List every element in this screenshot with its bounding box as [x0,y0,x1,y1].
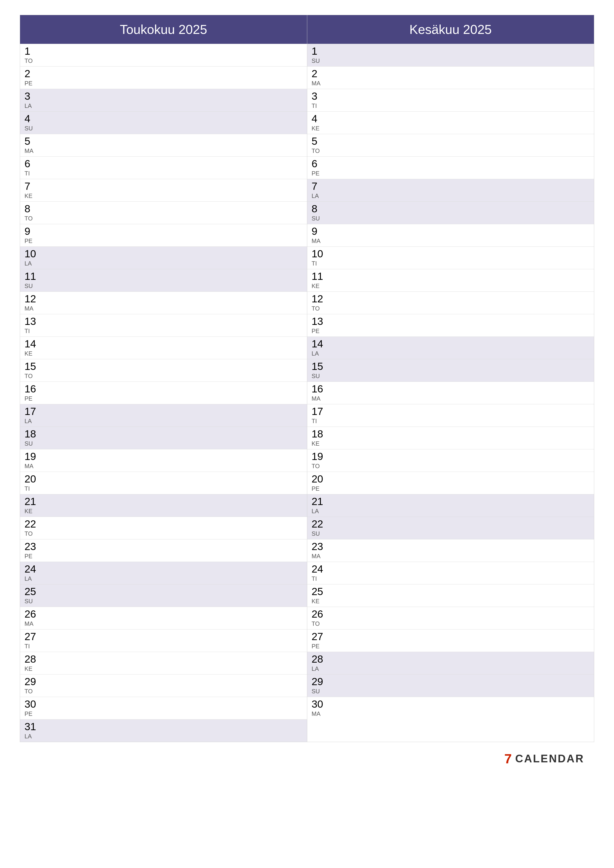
day-name: TO [312,463,326,470]
day-name: TO [25,215,39,222]
day-name: SU [312,215,326,222]
day-number: 22 [312,519,326,529]
day-name: KE [25,665,39,672]
months-row: Toukokuu 20251TO2PE3LA4SU5MA6TI7KE8TO9PE… [20,15,594,742]
day-name: PE [25,710,39,717]
day-row: 3TI [307,89,594,112]
day-name: PE [312,485,326,492]
day-label-block: 21KE [25,496,39,515]
day-row: 6TI [20,157,307,179]
day-label-block: 17LA [25,406,39,425]
day-name: PE [25,237,39,245]
day-number: 17 [312,406,326,417]
day-row: 27PE [307,629,594,652]
day-row: 22TO [20,517,307,539]
day-name: MA [312,237,326,245]
day-row: 13TI [20,314,307,336]
day-row: 9MA [307,224,594,246]
month-col-kesakuu: Kesäkuu 20251SU2MA3TI4KE5TO6PE7LA8SU9MA1… [307,15,594,742]
day-row: 6PE [307,157,594,179]
day-number: 9 [312,226,326,237]
day-name: LA [312,350,326,357]
day-label-block: 9PE [25,226,39,245]
day-label-block: 14KE [25,339,39,357]
day-row: 8SU [307,202,594,224]
day-row: 29TO [20,674,307,697]
day-number: 4 [312,113,326,124]
day-row: 14KE [20,336,307,359]
day-number: 15 [312,361,326,372]
day-label-block: 21LA [312,496,326,515]
day-label-block: 10TI [312,249,326,267]
day-number: 16 [312,384,326,394]
day-number: 24 [312,564,326,574]
day-label-block: 7KE [25,181,39,200]
day-number: 7 [312,181,326,192]
day-number: 15 [25,361,39,372]
day-row: 20TI [20,471,307,494]
day-name: TO [25,57,39,64]
day-name: TI [312,575,326,582]
day-number: 17 [25,406,39,417]
day-label-block: 15SU [312,361,326,380]
day-row: 16MA [307,381,594,404]
day-label-block: 19MA [25,451,39,470]
day-number: 6 [312,159,326,169]
day-label-block: 18KE [312,429,326,447]
day-row: 30PE [20,697,307,719]
day-number: 25 [312,586,326,597]
day-name: KE [25,508,39,515]
day-number: 20 [312,474,326,484]
brand-text: CALENDAR [515,752,584,765]
day-row: 12TO [307,291,594,314]
day-name: LA [25,102,39,109]
day-name: PE [312,643,326,650]
day-label-block: 3TI [312,91,326,109]
day-row: 16PE [20,381,307,404]
day-name: TI [25,170,39,177]
day-number: 12 [312,294,326,304]
day-name: SU [25,282,39,290]
day-label-block: 29TO [25,676,39,695]
day-label-block: 5MA [25,136,39,154]
day-row: 18SU [20,426,307,449]
day-number: 7 [25,181,39,192]
day-number: 25 [25,586,39,597]
day-row: 17LA [20,404,307,426]
day-row: 17TI [307,404,594,426]
day-number: 26 [25,609,39,619]
day-number: 21 [25,496,39,507]
day-name: LA [312,192,326,200]
day-number: 14 [312,339,326,349]
day-label-block: 3LA [25,91,39,109]
day-row: 21LA [307,494,594,517]
day-number: 3 [312,91,326,101]
day-row: 28LA [307,652,594,674]
day-label-block: 22SU [312,519,326,537]
day-label-block: 26TO [312,609,326,627]
day-row: 10TI [307,246,594,269]
day-number: 18 [25,429,39,439]
day-name: LA [312,665,326,672]
day-number: 30 [312,699,326,709]
day-name: MA [25,305,39,312]
day-name: TO [25,688,39,695]
day-label-block: 13PE [312,316,326,335]
day-name: SU [312,373,326,380]
day-row: 7KE [20,179,307,202]
day-number: 5 [312,136,326,146]
day-row: 5MA [20,134,307,157]
day-row: 29SU [307,674,594,697]
day-number: 2 [25,68,39,79]
day-name: KE [25,192,39,200]
day-name: TO [25,373,39,380]
day-name: MA [312,710,326,717]
day-row: 30MA [307,697,594,719]
day-number: 20 [25,474,39,484]
day-number: 1 [25,46,39,56]
day-label-block: 9MA [312,226,326,245]
day-row: 15TO [20,359,307,381]
day-label-block: 6PE [312,159,326,177]
day-label-block: 18SU [25,429,39,447]
day-label-block: 28KE [25,654,39,672]
